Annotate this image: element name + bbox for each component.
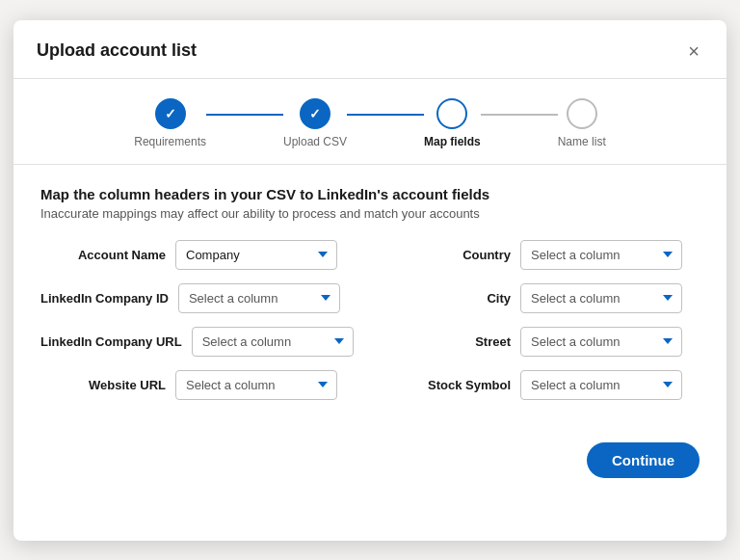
select-stock-symbol[interactable]: Select a column: [520, 370, 682, 400]
field-row-account-name: Account Name Company Select a column: [40, 240, 355, 270]
modal-title: Upload account list: [37, 40, 197, 61]
select-website-url[interactable]: Select a column: [175, 370, 337, 400]
select-wrapper-linkedin-company-url: Select a column: [192, 327, 354, 357]
right-fields: Country Select a column City Select a co…: [385, 240, 700, 400]
select-wrapper-street: Select a column: [520, 327, 682, 357]
label-city: City: [385, 291, 511, 306]
select-wrapper-country: Select a column: [520, 240, 682, 270]
label-linkedin-company-url: LinkedIn Company URL: [40, 334, 182, 349]
select-wrapper-linkedin-company-id: Select a column: [178, 283, 340, 313]
step-label-requirements: Requirements: [134, 135, 206, 148]
select-account-name[interactable]: Company Select a column: [175, 240, 337, 270]
select-wrapper-stock-symbol: Select a column: [520, 370, 682, 400]
label-stock-symbol: Stock Symbol: [385, 378, 511, 392]
step-circle-map-fields: [436, 98, 467, 129]
field-row-website-url: Website URL Select a column: [40, 370, 355, 400]
select-wrapper-city: Select a column: [520, 283, 682, 313]
upload-account-list-modal: Upload account list × Requirements Uploa…: [13, 20, 727, 541]
step-requirements: Requirements: [134, 98, 206, 148]
label-linkedin-company-id: LinkedIn Company ID: [40, 291, 169, 306]
fields-grid: Account Name Company Select a column Lin…: [40, 240, 700, 400]
field-row-linkedin-company-url: LinkedIn Company URL Select a column: [40, 327, 355, 357]
select-city[interactable]: Select a column: [520, 283, 682, 313]
select-street[interactable]: Select a column: [520, 327, 682, 357]
step-map-fields: Map fields: [424, 98, 481, 148]
label-website-url: Website URL: [40, 378, 166, 392]
step-name-list: Name list: [558, 98, 606, 148]
stepper: Requirements Upload CSV Map fields Name …: [13, 79, 727, 165]
step-connector-3: [481, 114, 558, 116]
step-circle-upload-csv: [300, 98, 330, 129]
left-fields: Account Name Company Select a column Lin…: [40, 240, 355, 400]
step-label-map-fields: Map fields: [424, 135, 481, 148]
step-label-upload-csv: Upload CSV: [283, 135, 347, 148]
step-circle-requirements: [155, 98, 186, 129]
close-button[interactable]: ×: [684, 40, 703, 63]
field-row-street: Street Select a column: [385, 327, 700, 357]
label-account-name: Account Name: [40, 248, 166, 262]
step-connector-1: [206, 114, 283, 116]
field-row-country: Country Select a column: [385, 240, 700, 270]
step-label-name-list: Name list: [558, 135, 606, 148]
modal-content: Map the column headers in your CSV to Li…: [13, 165, 727, 415]
label-street: Street: [385, 334, 511, 349]
section-title: Map the column headers in your CSV to Li…: [40, 186, 700, 202]
step-connector-2: [347, 114, 424, 116]
select-linkedin-company-url[interactable]: Select a column: [192, 327, 354, 357]
step-circle-name-list: [567, 98, 597, 129]
section-subtitle: Inaccurate mappings may affect our abili…: [40, 206, 700, 221]
modal-header: Upload account list ×: [13, 20, 727, 79]
select-wrapper-website-url: Select a column: [175, 370, 337, 400]
step-upload-csv: Upload CSV: [283, 98, 347, 148]
continue-button[interactable]: Continue: [587, 442, 700, 478]
modal-footer: Continue: [13, 425, 727, 497]
field-row-city: City Select a column: [385, 283, 700, 313]
select-wrapper-account-name: Company Select a column: [175, 240, 337, 270]
label-country: Country: [385, 248, 511, 262]
field-row-stock-symbol: Stock Symbol Select a column: [385, 370, 700, 400]
select-country[interactable]: Select a column: [520, 240, 682, 270]
field-row-linkedin-company-id: LinkedIn Company ID Select a column: [40, 283, 355, 313]
select-linkedin-company-id[interactable]: Select a column: [178, 283, 340, 313]
